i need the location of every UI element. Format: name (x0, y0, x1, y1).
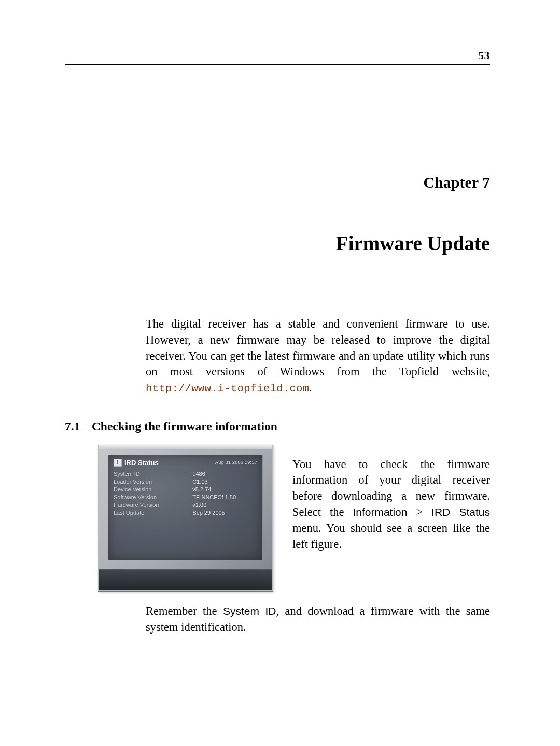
after-text-a: Remember the (146, 604, 223, 617)
section-heading: 7.1 Checking the firmware information (65, 419, 490, 433)
figure-title: IRD Status (124, 459, 159, 467)
menu-ird-status: IRD Status (431, 506, 490, 518)
figure-row: Last UpdateSep 29 2005 (114, 509, 257, 517)
right-text-b: menu. You should see a screen like the l… (292, 522, 490, 551)
info-icon: i (114, 459, 122, 467)
figure-row: Software VersionTF-NNCPCf 1.50 (114, 494, 257, 501)
figure-row: System ID1486 (114, 470, 257, 478)
page-number: 53 (478, 49, 490, 62)
figure-rows: System ID1486 Loader VersionC1.03 Device… (114, 470, 257, 517)
figure-ird-status: i IRD Status Aug 31 2006 19:37 System ID… (98, 445, 279, 591)
right-paragraph: You have to check the firmware informati… (292, 457, 490, 553)
figure-row: Hardware Versionv1.00 (114, 501, 257, 509)
figure-row: Device Versionv5.2.74 (114, 486, 257, 494)
intro-text-b: . (309, 381, 312, 394)
section-number: 7.1 (65, 419, 89, 433)
section-title: Checking the firmware information (92, 419, 277, 433)
system-id-label: System ID (223, 605, 276, 617)
gt-symbol: > (416, 505, 423, 518)
page-header: 53 (65, 49, 490, 65)
figure-timestamp: Aug 31 2006 19:37 (215, 460, 257, 465)
menu-information: Information (353, 506, 407, 518)
chapter-label: Chapter 7 (65, 174, 490, 191)
intro-text-a: The digital receiver has a stable and co… (146, 317, 490, 378)
chapter-title: Firmware Update (65, 232, 490, 255)
intro-paragraph: The digital receiver has a stable and co… (146, 316, 490, 397)
figure-row: Loader VersionC1.03 (114, 478, 257, 486)
intro-url: http://www.i-topfield.com (146, 383, 309, 395)
after-paragraph: Remember the System ID, and download a f… (146, 603, 490, 636)
